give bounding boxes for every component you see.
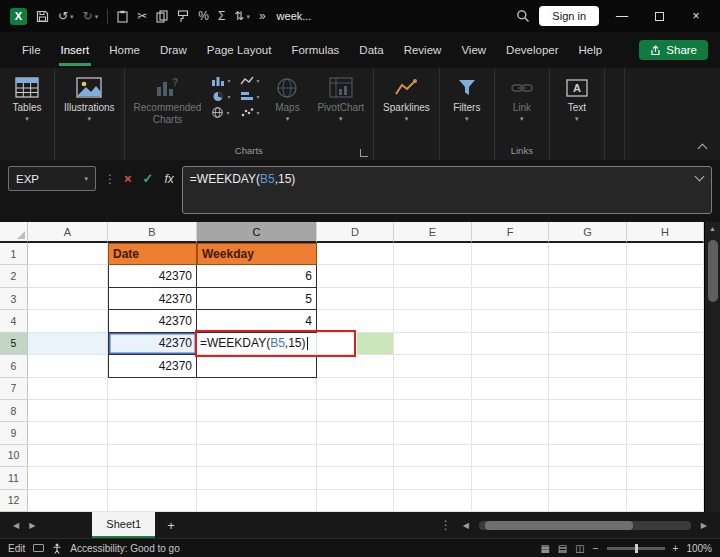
- paste-icon[interactable]: [117, 10, 128, 23]
- cell-b6[interactable]: 42370: [108, 355, 197, 377]
- tab-file[interactable]: File: [12, 34, 51, 66]
- cell-g5[interactable]: [549, 333, 627, 355]
- row-header-5[interactable]: 5: [0, 333, 28, 355]
- pie-chart-button[interactable]: ▾: [209, 90, 232, 103]
- tab-developer[interactable]: Developer: [496, 34, 568, 66]
- cell-f2[interactable]: [472, 265, 549, 287]
- row-header-2[interactable]: 2: [0, 265, 28, 287]
- cell-d12[interactable]: [317, 490, 394, 512]
- copy-icon[interactable]: [156, 10, 168, 23]
- cell-f4[interactable]: [472, 310, 549, 332]
- cell-e9[interactable]: [394, 422, 472, 444]
- text-button[interactable]: A Text ▾: [555, 71, 599, 126]
- undo-button[interactable]: ↺▾: [58, 10, 74, 22]
- cell-c9[interactable]: [197, 422, 317, 444]
- share-button[interactable]: Share: [639, 40, 708, 60]
- cell-a6[interactable]: [28, 355, 108, 377]
- cell-f10[interactable]: [472, 445, 549, 467]
- cell-b9[interactable]: [108, 422, 197, 444]
- cell-b11[interactable]: [108, 467, 197, 489]
- tables-button[interactable]: Tables ▾: [5, 71, 49, 126]
- row-header-10[interactable]: 10: [0, 445, 28, 467]
- cell-h4[interactable]: [627, 310, 704, 332]
- maximize-button[interactable]: [645, 12, 673, 21]
- cell-f11[interactable]: [472, 467, 549, 489]
- zoom-slider[interactable]: [607, 547, 665, 550]
- column-header-d[interactable]: D: [317, 222, 394, 243]
- vertical-scroll-thumb[interactable]: [708, 240, 718, 302]
- cell-a8[interactable]: [28, 400, 108, 422]
- cell-d8[interactable]: [317, 400, 394, 422]
- cell-g9[interactable]: [549, 422, 627, 444]
- cell-f12[interactable]: [472, 490, 549, 512]
- cell-e11[interactable]: [394, 467, 472, 489]
- zoom-in-button[interactable]: +: [673, 543, 679, 554]
- row-header-11[interactable]: 11: [0, 467, 28, 489]
- number-format-icon[interactable]: %: [198, 10, 209, 22]
- cell-h8[interactable]: [627, 400, 704, 422]
- sheet-nav-right-icon[interactable]: ▶: [24, 521, 40, 530]
- illustrations-button[interactable]: Illustrations ▾: [60, 71, 119, 126]
- formula-bar-handle-icon[interactable]: ⋮: [104, 166, 116, 191]
- sparklines-button[interactable]: Sparklines ▾: [379, 71, 434, 126]
- cell-a12[interactable]: [28, 490, 108, 512]
- collapse-ribbon-icon[interactable]: [698, 144, 708, 154]
- symbols-button[interactable]: Ω S: [610, 71, 625, 117]
- cell-d9[interactable]: [317, 422, 394, 444]
- cell-f8[interactable]: [472, 400, 549, 422]
- cell-e7[interactable]: [394, 378, 472, 400]
- tab-help[interactable]: Help: [569, 34, 613, 66]
- sort-filter-icon[interactable]: ⇅▾: [234, 10, 250, 22]
- cell-d1[interactable]: [317, 243, 394, 265]
- row-header-1[interactable]: 1: [0, 243, 28, 265]
- sign-in-button[interactable]: Sign in: [539, 6, 599, 26]
- cell-g10[interactable]: [549, 445, 627, 467]
- vertical-scrollbar[interactable]: ▲: [704, 222, 720, 512]
- cell-b1[interactable]: Date: [108, 243, 197, 265]
- cell-c10[interactable]: [197, 445, 317, 467]
- zoom-out-button[interactable]: −: [593, 543, 599, 554]
- cell-b5[interactable]: 42370: [108, 333, 197, 355]
- cell-g3[interactable]: [549, 288, 627, 310]
- cell-h5[interactable]: [627, 333, 704, 355]
- row-header-6[interactable]: 6: [0, 355, 28, 377]
- toolbar-overflow-icon[interactable]: »: [259, 10, 266, 22]
- cell-d7[interactable]: [317, 378, 394, 400]
- cell-h11[interactable]: [627, 467, 704, 489]
- horizontal-scroll-thumb[interactable]: [485, 521, 633, 530]
- hscroll-right-icon[interactable]: ▶: [696, 521, 712, 530]
- row-header-4[interactable]: 4: [0, 310, 28, 332]
- cell-e3[interactable]: [394, 288, 472, 310]
- close-button[interactable]: ×: [682, 9, 710, 23]
- cell-d10[interactable]: [317, 445, 394, 467]
- cell-a10[interactable]: [28, 445, 108, 467]
- column-header-g[interactable]: G: [549, 222, 627, 243]
- cell-g12[interactable]: [549, 490, 627, 512]
- cell-a1[interactable]: [28, 243, 108, 265]
- cell-h10[interactable]: [627, 445, 704, 467]
- column-header-h[interactable]: H: [627, 222, 704, 243]
- cell-a7[interactable]: [28, 378, 108, 400]
- cell-a5[interactable]: [28, 333, 108, 355]
- column-header-b[interactable]: B: [108, 222, 197, 243]
- cell-g1[interactable]: [549, 243, 627, 265]
- cut-icon[interactable]: ✂: [137, 10, 147, 22]
- cell-f7[interactable]: [472, 378, 549, 400]
- cell-h6[interactable]: [627, 355, 704, 377]
- line-chart-button[interactable]: ▾: [238, 74, 261, 87]
- cell-b8[interactable]: [108, 400, 197, 422]
- cell-c7[interactable]: [197, 378, 317, 400]
- insert-function-icon[interactable]: fx: [165, 172, 174, 186]
- dialog-launcher-icon[interactable]: [360, 149, 368, 157]
- redo-button[interactable]: ↻▾: [83, 10, 99, 22]
- page-layout-view-icon[interactable]: ▤: [558, 543, 567, 554]
- accessibility-status[interactable]: Accessibility: Good to go: [70, 543, 180, 554]
- column-header-e[interactable]: E: [394, 222, 472, 243]
- column-header-c[interactable]: C: [197, 222, 317, 243]
- cell-g7[interactable]: [549, 378, 627, 400]
- cancel-entry-icon[interactable]: ×: [124, 171, 132, 186]
- confirm-entry-icon[interactable]: ✓: [143, 171, 154, 186]
- link-button[interactable]: Link ▾: [500, 71, 544, 126]
- column-chart-button[interactable]: ▾: [209, 74, 232, 87]
- tab-insert[interactable]: Insert: [51, 34, 100, 66]
